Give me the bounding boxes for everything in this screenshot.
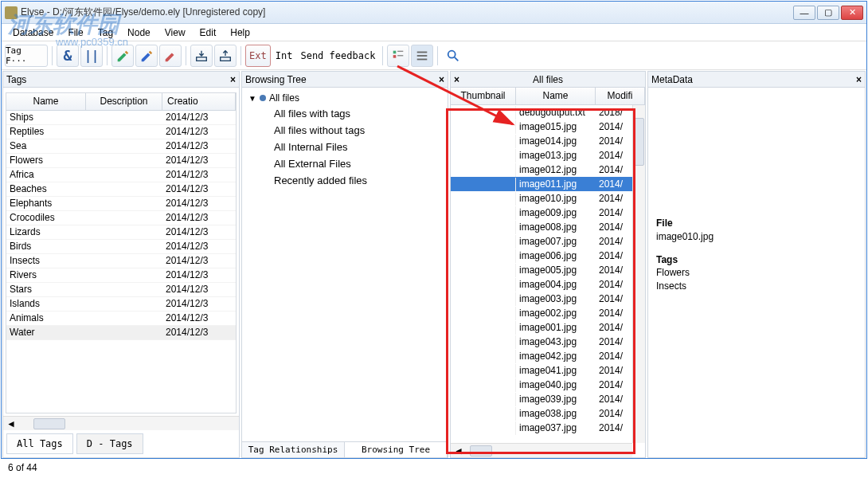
tag-row[interactable]: Beaches2014/12/3	[6, 182, 236, 197]
file-row[interactable]: image011.jpg2014/	[451, 177, 645, 191]
files-hscroll[interactable]: ◄	[451, 443, 632, 457]
ext-button[interactable]: Ext	[245, 45, 271, 67]
file-row[interactable]: image039.jpg2014/	[451, 392, 645, 406]
file-row[interactable]: image038.jpg2014/	[451, 406, 645, 421]
menu-node[interactable]: Node	[121, 25, 157, 40]
meta-file-value: image010.jpg	[656, 230, 857, 244]
metadata-pane-title: MetaData	[651, 74, 693, 85]
tag-row[interactable]: Ships2014/12/3	[6, 111, 236, 125]
tree-child[interactable]: Recently added files	[248, 172, 441, 189]
menu-file[interactable]: File	[61, 25, 89, 40]
menubar: Database File Tag Node View Edit Help	[2, 24, 866, 41]
meta-tags-label: Tags	[656, 253, 857, 267]
maximize-button[interactable]: ▢	[817, 6, 839, 20]
menu-edit[interactable]: Edit	[194, 25, 223, 40]
svg-rect-1	[221, 57, 231, 61]
file-row[interactable]: image001.jpg2014/	[451, 320, 645, 335]
tag-row[interactable]: Elephants2014/12/3	[6, 197, 236, 211]
tag-row[interactable]: Sea2014/12/3	[6, 139, 236, 154]
tag-row[interactable]: Birds2014/12/3	[6, 240, 236, 254]
tag-row[interactable]: Crocodiles2014/12/3	[6, 211, 236, 225]
search-button[interactable]	[442, 45, 464, 67]
tag-row[interactable]: Animals2014/12/3	[6, 312, 236, 326]
tree-node-icon	[260, 95, 266, 101]
browse-tree: ▼All files All files with tagsAll files …	[242, 88, 448, 441]
file-row[interactable]: image005.jpg2014/	[451, 263, 645, 277]
file-row[interactable]: image015.jpg2014/	[451, 120, 645, 134]
tag-row[interactable]: Reptiles2014/12/3	[6, 125, 236, 139]
menu-database[interactable]: Database	[6, 25, 60, 40]
tags-pane-close[interactable]: ×	[230, 74, 236, 85]
file-row[interactable]: image002.jpg2014/	[451, 306, 645, 320]
tree-child[interactable]: All External Files	[248, 155, 441, 172]
menu-help[interactable]: Help	[224, 25, 256, 40]
tag-row[interactable]: Flowers2014/12/3	[6, 154, 236, 168]
files-col-name[interactable]: Name	[516, 88, 596, 104]
tag-row[interactable]: Africa2014/12/3	[6, 168, 236, 182]
tree-child[interactable]: All Internal Files	[248, 139, 441, 155]
brush-tool-1[interactable]	[111, 45, 134, 67]
tree-child[interactable]: All files without tags	[248, 122, 441, 139]
tray-tool-1[interactable]	[190, 45, 213, 67]
file-row[interactable]: image014.jpg2014/	[451, 134, 645, 148]
tag-row[interactable]: Insects2014/12/3	[6, 254, 236, 268]
file-row[interactable]: image003.jpg2014/	[451, 292, 645, 306]
tree-root-all-files[interactable]: ▼All files	[248, 91, 441, 105]
svg-rect-0	[197, 57, 207, 61]
view-grid-button[interactable]	[387, 45, 409, 67]
tags-hscroll[interactable]: ◄	[3, 416, 239, 430]
file-row[interactable]: image042.jpg2014/	[451, 349, 645, 363]
minimize-button[interactable]: —	[793, 6, 815, 20]
menu-view[interactable]: View	[158, 25, 192, 40]
tags-col-name[interactable]: Name	[6, 93, 86, 110]
files-col-thumb[interactable]: Thumbnail	[451, 88, 516, 104]
tag-row[interactable]: Lizards2014/12/3	[6, 225, 236, 240]
files-col-modified[interactable]: Modifi	[596, 88, 645, 104]
svg-rect-4	[397, 50, 403, 51]
file-row[interactable]: image041.jpg2014/	[451, 363, 645, 378]
tags-table: Name Description Creatio Ships2014/12/3R…	[6, 92, 237, 413]
file-row[interactable]: debugoutput.txt2018/	[451, 105, 645, 120]
browse-pane-close[interactable]: ×	[439, 74, 444, 85]
tag-row[interactable]: Stars2014/12/3	[6, 283, 236, 297]
brush-tool-3[interactable]	[159, 45, 182, 67]
file-row[interactable]: image004.jpg2014/	[451, 277, 645, 292]
send-feedback-button[interactable]: Send feedback	[297, 45, 378, 67]
file-row[interactable]: image010.jpg2014/	[451, 191, 645, 206]
file-row[interactable]: image037.jpg2014/	[451, 421, 645, 435]
pause-tool[interactable]: ||	[80, 45, 103, 67]
view-list-button[interactable]	[411, 45, 433, 67]
file-row[interactable]: image012.jpg2014/	[451, 163, 645, 177]
int-button[interactable]: Int	[272, 45, 296, 67]
brush-tool-2[interactable]	[135, 45, 158, 67]
close-button[interactable]: ✕	[841, 6, 863, 20]
files-vscroll[interactable]	[632, 105, 645, 443]
tab-d-tags[interactable]: D - Tags	[76, 433, 143, 454]
file-row[interactable]: image013.jpg2014/	[451, 148, 645, 163]
tag-row[interactable]: Water2014/12/3	[6, 326, 236, 340]
svg-point-9	[448, 50, 456, 57]
svg-rect-7	[417, 55, 428, 57]
tree-child[interactable]: All files with tags	[248, 105, 441, 122]
tag-row[interactable]: Rivers2014/12/3	[6, 268, 236, 283]
tab-tag-relationships[interactable]: Tag Relationships	[242, 442, 345, 457]
tab-browsing-tree[interactable]: Browsing Tree	[345, 442, 448, 457]
file-row[interactable]: image040.jpg2014/	[451, 378, 645, 392]
file-row[interactable]: image008.jpg2014/	[451, 220, 645, 234]
tab-all-tags[interactable]: All Tags	[6, 433, 73, 454]
tree-expand-icon[interactable]: ▼	[248, 94, 256, 103]
menu-tag[interactable]: Tag	[92, 25, 119, 40]
file-row[interactable]: image007.jpg2014/	[451, 234, 645, 249]
file-row[interactable]: image006.jpg2014/	[451, 249, 645, 263]
tag-filter-button[interactable]: Tag F···	[5, 45, 48, 67]
tag-row[interactable]: Islands2014/12/3	[6, 297, 236, 312]
tags-col-desc[interactable]: Description	[86, 93, 162, 110]
files-pane-close[interactable]: ×	[454, 74, 459, 85]
tray-tool-2[interactable]	[214, 45, 237, 67]
ampersand-tool[interactable]: &	[57, 45, 79, 67]
titlebar[interactable]: Elyse - D:/河东软件园/Elyse/demo.ely [Unregis…	[2, 2, 866, 24]
file-row[interactable]: image043.jpg2014/	[451, 335, 645, 349]
tags-col-created[interactable]: Creatio	[162, 93, 236, 110]
file-row[interactable]: image009.jpg2014/	[451, 206, 645, 220]
metadata-pane-close[interactable]: ×	[856, 74, 862, 85]
